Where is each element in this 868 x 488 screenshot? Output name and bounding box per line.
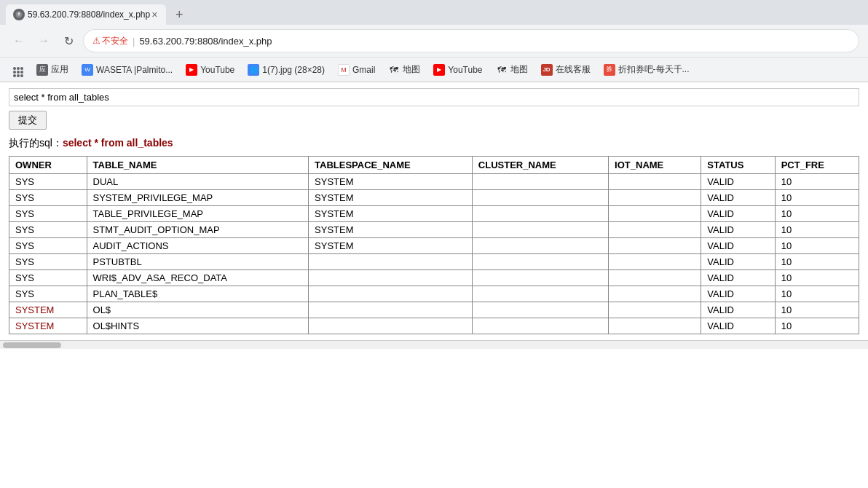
table-row: SYSDUALSYSTEMVALID10	[9, 174, 859, 190]
table-cell	[609, 318, 701, 334]
waseta-icon: W	[82, 64, 93, 76]
back-button[interactable]: ←	[9, 31, 29, 51]
submit-button[interactable]: 提交	[9, 111, 47, 130]
table-row: SYSTEMOL$VALID10	[9, 302, 859, 318]
table-cell	[609, 222, 701, 238]
quan-icon: 券	[604, 64, 615, 76]
horizontal-scrollbar[interactable]	[0, 340, 868, 349]
col-iot-name: IOT_NAME	[609, 157, 701, 174]
table-cell: TABLE_PRIVILEGE_MAP	[87, 206, 309, 222]
bookmark-youtube1[interactable]: ▶ YouTube	[180, 62, 240, 78]
table-cell: SYS	[9, 206, 87, 222]
table-cell: VALID	[701, 190, 775, 206]
table-cell	[309, 318, 473, 334]
table-cell	[609, 206, 701, 222]
table-row: SYSPSTUBTBLVALID10	[9, 254, 859, 270]
table-cell	[472, 302, 608, 318]
img-icon: 🌐	[248, 64, 259, 76]
table-cell: 10	[775, 222, 859, 238]
bookmark-yingyong[interactable]: 应 应用	[31, 61, 74, 78]
table-cell	[472, 222, 608, 238]
table-cell: SYSTEM	[309, 174, 473, 190]
table-cell: VALID	[701, 206, 775, 222]
col-table-name: TABLE_NAME	[87, 157, 309, 174]
address-separator: |	[133, 36, 135, 47]
table-cell	[609, 254, 701, 270]
table-cell: 10	[775, 238, 859, 254]
col-cluster-name: CLUSTER_NAME	[472, 157, 608, 174]
yingyong-icon: 应	[36, 64, 48, 76]
table-cell: VALID	[701, 222, 775, 238]
table-cell: AUDIT_ACTIONS	[87, 238, 309, 254]
sql-display: 执行的sql：select * from all_tables	[9, 137, 859, 150]
table-cell	[472, 190, 608, 206]
table-cell: SYSTEM	[9, 302, 87, 318]
table-cell	[472, 174, 608, 190]
table-cell: 10	[775, 254, 859, 270]
apps-button[interactable]	[7, 60, 29, 79]
table-cell	[609, 190, 701, 206]
tab-favicon	[13, 9, 25, 20]
reload-button[interactable]: ↻	[58, 31, 79, 51]
tab-close-button[interactable]: ×	[150, 9, 159, 20]
sql-input[interactable]	[9, 88, 859, 106]
table-cell	[309, 286, 473, 302]
table-cell: VALID	[701, 238, 775, 254]
table-cell	[472, 286, 608, 302]
forward-button[interactable]: →	[33, 31, 54, 51]
table-body: SYSDUALSYSTEMVALID10SYSSYSTEM_PRIVILEGE_…	[9, 174, 859, 334]
active-tab[interactable]: 59.63.200.79:8808/index_x.php ×	[6, 4, 166, 25]
table-cell: SYS	[9, 222, 87, 238]
bookmark-jd[interactable]: JD 在线客服	[535, 61, 596, 78]
bookmark-label: 折扣券吧-每天千...	[618, 63, 690, 76]
bookmark-quan[interactable]: 券 折扣券吧-每天千...	[598, 61, 695, 78]
security-warning: ⚠ 不安全	[92, 35, 128, 47]
bookmark-gmail[interactable]: M Gmail	[332, 62, 381, 78]
page-content: 提交 执行的sql：select * from all_tables OWNER…	[0, 82, 868, 340]
table-cell	[309, 270, 473, 286]
youtube2-icon: ▶	[433, 64, 445, 76]
bookmark-label: 1(7).jpg (28×28)	[262, 65, 325, 75]
navigation-bar: ← → ↻ ⚠ 不安全 | 59.63.200.79:8808/index_x.…	[0, 25, 868, 57]
ditu1-icon: 🗺	[388, 64, 400, 76]
scrollbar-thumb[interactable]	[3, 342, 61, 348]
results-table: OWNER TABLE_NAME TABLESPACE_NAME CLUSTER…	[9, 156, 859, 334]
table-row: SYSSYSTEM_PRIVILEGE_MAPSYSTEMVALID10	[9, 190, 859, 206]
table-cell: DUAL	[87, 174, 309, 190]
table-cell: SYSTEM_PRIVILEGE_MAP	[87, 190, 309, 206]
bookmark-ditu2[interactable]: 🗺 地图	[490, 61, 534, 78]
bookmark-img[interactable]: 🌐 1(7).jpg (28×28)	[242, 62, 331, 78]
table-container: OWNER TABLE_NAME TABLESPACE_NAME CLUSTER…	[9, 156, 859, 334]
table-cell: SYS	[9, 270, 87, 286]
table-cell: VALID	[701, 174, 775, 190]
table-cell	[472, 238, 608, 254]
bookmark-label: 地图	[403, 63, 420, 76]
table-cell	[609, 238, 701, 254]
bookmark-waseta[interactable]: W WASETA |Palmito...	[76, 62, 178, 78]
new-tab-button[interactable]: +	[169, 4, 189, 25]
bookmark-youtube2[interactable]: ▶ YouTube	[427, 62, 488, 78]
table-row: SYSAUDIT_ACTIONSSYSTEMVALID10	[9, 238, 859, 254]
table-cell: 10	[775, 190, 859, 206]
table-cell: SYS	[9, 238, 87, 254]
bookmark-ditu1[interactable]: 🗺 地图	[382, 61, 426, 78]
table-cell: SYSTEM	[309, 190, 473, 206]
sql-display-value: select * from all_tables	[63, 137, 173, 149]
col-pct-fre: PCT_FRE	[775, 157, 859, 174]
table-row: SYSSTMT_AUDIT_OPTION_MAPSYSTEMVALID10	[9, 222, 859, 238]
col-tablespace-name: TABLESPACE_NAME	[309, 157, 473, 174]
back-icon: ←	[13, 34, 25, 47]
tab-bar: 59.63.200.79:8808/index_x.php × +	[0, 0, 868, 25]
table-cell	[609, 174, 701, 190]
youtube1-icon: ▶	[186, 64, 197, 76]
table-cell: SYS	[9, 190, 87, 206]
address-bar[interactable]: ⚠ 不安全 | 59.63.200.79:8808/index_x.php	[83, 29, 859, 52]
bookmark-label: Gmail	[352, 65, 375, 75]
table-row: SYSWRI$_ADV_ASA_RECO_DATAVALID10	[9, 270, 859, 286]
jd-icon: JD	[541, 64, 553, 76]
bookmark-label: YouTube	[200, 65, 234, 75]
bookmark-label: WASETA |Palmito...	[96, 65, 173, 75]
table-cell	[609, 302, 701, 318]
table-cell	[472, 206, 608, 222]
table-cell: SYS	[9, 254, 87, 270]
